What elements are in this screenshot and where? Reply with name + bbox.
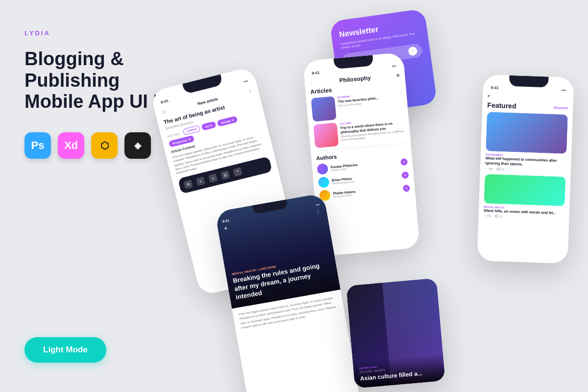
- left-panel: LYDIA Blogging & Publishing Mobile App U…: [0, 0, 206, 392]
- authors-section: Authors Kazear Philorine Literary Artist…: [316, 147, 410, 201]
- featured-header: ≡: [488, 94, 568, 101]
- sketch-icon: ⬡: [91, 132, 118, 159]
- filter-icon[interactable]: ⚙: [396, 73, 400, 78]
- light-mode-button[interactable]: Light Mode: [24, 337, 106, 363]
- featured-img-bg-1: [486, 112, 568, 154]
- article-img-1: [311, 96, 337, 122]
- toolbar-link-icon[interactable]: ⛓: [220, 171, 230, 180]
- featured-title: Featured: [487, 101, 516, 110]
- follow-btn-2[interactable]: +: [401, 172, 409, 179]
- photoshop-icon: Ps: [24, 132, 51, 159]
- tag-culture[interactable]: Culture: [183, 125, 201, 135]
- author-avatar-1: [317, 163, 328, 175]
- editors-bg: Editor's Pick culture • Sports Asian cul…: [346, 278, 445, 388]
- author-avatar-2: [318, 176, 330, 188]
- toolbar-list-icon[interactable]: ≡: [196, 176, 205, 186]
- author-info-2: Brian Philos Writer/programmer: [332, 176, 355, 185]
- comments-1: 💬 13: [497, 167, 504, 171]
- author-info-1: Kazear Philorine Literary Artist: [331, 163, 358, 172]
- featured-img-bg-2: [484, 174, 566, 206]
- follow-btn-3[interactable]: +: [403, 185, 410, 192]
- author-info-3: Phebe Adams Writer/journalist: [333, 190, 356, 198]
- comments-2: 💬 11: [495, 215, 502, 218]
- likes-1: ♡ 159: [485, 167, 493, 171]
- add-tags-label: Add Tags...: [167, 131, 181, 138]
- featured-content: ≡ Featured Discover GOVERNMENT What will…: [478, 92, 573, 222]
- article-info-1: ECONOMY The new favorites philo... Pay i…: [337, 91, 397, 108]
- featured-img-2: [484, 174, 566, 206]
- phone-editors-pick: Editor's Pick culture • Sports Asian cul…: [346, 278, 445, 388]
- detail-back-icon[interactable]: +: [223, 224, 228, 232]
- menu-icon[interactable]: ⋮: [248, 88, 253, 94]
- phone-featured: 9:41 ▪▪▪ ≡ Featured Discover GOVERNMENT …: [477, 74, 574, 264]
- figma-icon: ◈: [124, 132, 151, 159]
- tag-art[interactable]: Art ✕: [201, 121, 217, 131]
- new-article-label: New article: [197, 97, 218, 106]
- article-card-1[interactable]: ECONOMY The new favorites philo... Pay i…: [311, 90, 403, 122]
- likes-2: ♡ 159: [484, 214, 491, 218]
- article-img-2: [313, 122, 339, 148]
- article-info-2: CULTURE Trip to a world where there is n…: [340, 117, 405, 142]
- featured-title-row: Featured Discover: [487, 101, 568, 112]
- follow-btn-1[interactable]: +: [400, 158, 408, 166]
- notch: [509, 75, 548, 88]
- featured-card-2[interactable]: MENTAL HEALTH Silent hills, an ocean wit…: [484, 174, 566, 220]
- featured-img-1: [486, 112, 568, 154]
- close-icon[interactable]: ✕: [160, 107, 168, 116]
- articles-content: ← Philosophy ⚙ Articles ECONOMY The new …: [304, 70, 416, 206]
- tools-row: Ps Xd ⬡ ◈: [24, 132, 181, 159]
- toolbar-quote-icon[interactable]: ❝: [233, 168, 242, 177]
- back-icon[interactable]: ←: [310, 80, 314, 85]
- discover-link[interactable]: Discover: [554, 105, 568, 109]
- philosophy-title: Philosophy: [339, 74, 371, 84]
- featured-card-1[interactable]: GOVERNMENT What will happened to communi…: [485, 112, 568, 172]
- brand-name: LYDIA: [24, 29, 181, 37]
- bookmark-icon-1[interactable]: +: [399, 90, 401, 95]
- tag-design[interactable]: Design ✕: [217, 116, 238, 126]
- detail-more-icon[interactable]: ⋮: [316, 209, 321, 215]
- toolbar-align-icon[interactable]: ≡: [208, 173, 218, 183]
- hamburger-icon[interactable]: ≡: [488, 94, 490, 98]
- article-card-2[interactable]: CULTURE Trip to a world where there is n…: [313, 117, 405, 148]
- toolbar-image-icon[interactable]: ⊞: [184, 180, 193, 189]
- detail-hero-image: 8:41 ▪▪▪ + ⋮ Mental Health • Luke Shaw B…: [215, 193, 341, 309]
- xd-icon: Xd: [58, 132, 84, 159]
